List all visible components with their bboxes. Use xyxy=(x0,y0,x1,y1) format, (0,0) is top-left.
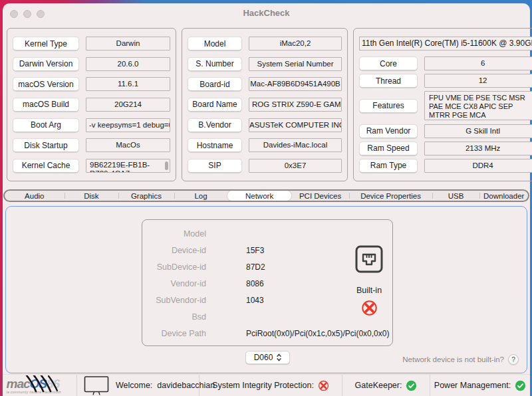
table-row: Ram Type DDR4 xyxy=(359,159,532,173)
stepper-chevrons-icon xyxy=(277,353,281,361)
table-row: macOS Build 20G214 xyxy=(13,98,170,112)
network-tab-panel: Model Device-id 15F3 SubDevice-id 87D2 V… xyxy=(5,206,527,373)
net-device-path-label: Device Path xyxy=(142,329,206,338)
ram-type-value: DDR4 xyxy=(424,159,532,173)
table-row: Boot Arg -v keepsyms=1 debug=0x100 xyxy=(13,118,170,132)
ram-vendor-value: G Skill Intl xyxy=(424,124,532,138)
tab-log[interactable]: Log xyxy=(174,191,228,201)
tab-network[interactable]: Network xyxy=(227,191,291,201)
serial-number-value: System Serial Number xyxy=(249,57,342,71)
net-subdevice-id-label: SubDevice-id xyxy=(142,262,206,272)
window-title: HackCheck xyxy=(3,8,530,18)
features-text: FPU VME DE PSE TSC MSR PAE MCE CX8 APIC … xyxy=(429,94,525,119)
table-row: Thread 12 xyxy=(359,74,532,88)
logo-text-86: 86 xyxy=(47,377,59,391)
ram-type-button[interactable]: Ram Type xyxy=(359,159,418,173)
table-row: Kernel Type Darwin xyxy=(13,37,170,50)
table-row: Model xyxy=(142,225,392,242)
sip-button[interactable]: SIP xyxy=(188,159,242,173)
table-row: Hostname Davides-iMac.local xyxy=(188,138,342,152)
ram-speed-button[interactable]: Ram Speed xyxy=(359,142,418,155)
kernel-cache-value[interactable]: 9B62219E-FB1B-D720-4CA7 xyxy=(86,159,170,173)
network-device-box: Model Device-id 15F3 SubDevice-id 87D2 V… xyxy=(142,219,393,346)
gatekeeper-check-icon xyxy=(406,380,417,391)
board-name-value: ROG STRIX Z590-E GAMING xyxy=(249,98,342,112)
gatekeeper-label: GateKeeper: xyxy=(355,381,402,390)
gatekeeper-status: GateKeeper: xyxy=(342,375,430,396)
table-row: Core 6 xyxy=(359,56,532,70)
board-vendor-value: ASUSTeK COMPUTER INC. xyxy=(249,118,342,132)
board-id-button[interactable]: Board-id xyxy=(188,77,242,91)
logo-tagline: la community italiana Hackintosh xyxy=(7,391,73,394)
hostname-value: Davides-iMac.local xyxy=(249,138,342,152)
net-model-label: Model xyxy=(142,229,206,239)
power-management-status: Power Management: xyxy=(430,375,530,396)
tab-audio[interactable]: Audio xyxy=(5,191,65,201)
thread-value: 12 xyxy=(424,74,532,88)
board-id-value: Mac-AF89B6D9451A490B xyxy=(249,77,342,91)
kernel-type-button[interactable]: Kernel Type xyxy=(13,37,79,50)
darwin-version-button[interactable]: Darwin Version xyxy=(13,57,79,71)
board-name-button[interactable]: Board Name xyxy=(188,98,242,112)
core-button[interactable]: Core xyxy=(359,56,418,70)
table-row: Model iMac20,2 xyxy=(188,37,342,50)
help-button[interactable]: ? xyxy=(508,354,519,365)
boot-arg-value: -v keepsyms=1 debug=0x100 xyxy=(86,118,170,132)
sip-value: 0x3E7 xyxy=(249,159,342,173)
model-button[interactable]: Model xyxy=(188,37,242,50)
macos-version-button[interactable]: macOS Version xyxy=(13,77,79,91)
logo-section: macOS86 la community italiana Hackintosh xyxy=(3,375,77,396)
table-row: Darwin Version 20.6.0 xyxy=(13,57,170,71)
net-vendor-id-label: Vendor-id xyxy=(142,279,206,288)
macos-build-button[interactable]: macOS Build xyxy=(13,98,79,112)
boot-arg-button[interactable]: Boot Arg xyxy=(13,118,79,132)
thread-button[interactable]: Thread xyxy=(359,74,418,88)
tab-bar: Audio Disk Graphics Log Network PCI Devi… xyxy=(3,189,529,202)
built-in-indicator: Built-in xyxy=(346,244,392,319)
hostname-button[interactable]: Hostname xyxy=(188,138,242,152)
board-panel: Model iMac20,2 S. Number System Serial N… xyxy=(182,28,348,181)
built-in-label: Built-in xyxy=(346,286,392,295)
kernel-type-value: Darwin xyxy=(86,37,170,50)
kernel-cache-text: 9B62219E-FB1B-D720-4CA7 xyxy=(90,161,150,173)
table-row: Ram Vendor G Skill Intl xyxy=(359,124,532,138)
table-row: Device Path PciRoot(0x0)/Pci(0x1c,0x5)/P… xyxy=(142,325,392,342)
table-row: S. Number System Serial Number xyxy=(188,57,342,71)
board-vendor-button[interactable]: B.Vendor xyxy=(188,118,242,132)
table-row: Disk Startup MacOs xyxy=(13,138,170,152)
power-management-label: Power Management: xyxy=(434,381,511,390)
power-check-icon xyxy=(515,380,526,391)
disk-startup-value: MacOs xyxy=(86,138,170,152)
app-window: HackCheck Kernel Type Darwin Darwin Vers… xyxy=(3,3,530,396)
macos86-logo: macOS86 la community italiana Hackintosh xyxy=(7,377,73,394)
net-device-id-label: Device-id xyxy=(142,246,206,255)
table-row: Board-id Mac-AF89B6D9451A490B xyxy=(188,77,342,91)
title-bar: HackCheck xyxy=(3,3,530,22)
ethernet-port-icon xyxy=(354,244,384,274)
info-panels: Kernel Type Darwin Darwin Version 20.6.0… xyxy=(7,28,527,181)
tab-downloader[interactable]: Downloader xyxy=(479,191,528,201)
net-device-path-value: PciRoot(0x0)/Pci(0x1c,0x5)/Pci(0x0,0x0) xyxy=(246,329,392,338)
not-built-in-cross-icon xyxy=(361,300,378,316)
scrollbar-thumb[interactable] xyxy=(165,161,168,170)
logo-text-os: OS xyxy=(30,377,47,391)
tab-graphics[interactable]: Graphics xyxy=(118,191,174,201)
disk-startup-button[interactable]: Disk Startup xyxy=(13,138,79,152)
features-value[interactable]: FPU VME DE PSE TSC MSR PAE MCE CX8 APIC … xyxy=(424,91,532,120)
device-selector-dropdown[interactable]: D060 xyxy=(245,351,290,364)
kernel-cache-button[interactable]: Kernel Cache xyxy=(13,159,79,173)
table-row: Kernel Cache 9B62219E-FB1B-D720-4CA7 xyxy=(13,159,170,173)
tab-disk[interactable]: Disk xyxy=(65,191,119,201)
tab-pci-devices[interactable]: PCI Devices xyxy=(291,191,350,201)
tab-usb[interactable]: USB xyxy=(432,191,480,201)
ram-vendor-button[interactable]: Ram Vendor xyxy=(359,124,418,138)
table-row: Ram Speed 2133 MHz xyxy=(359,142,532,155)
ram-speed-value: 2133 MHz xyxy=(424,142,532,155)
serial-number-button[interactable]: S. Number xyxy=(188,57,242,71)
system-panel: Kernel Type Darwin Darwin Version 20.6.0… xyxy=(7,28,176,181)
cpu-name-field: 11th Gen Intel(R) Core(TM) i5-11600K @ 3… xyxy=(359,37,532,50)
features-button[interactable]: Features xyxy=(359,99,418,113)
darwin-version-value: 20.6.0 xyxy=(86,57,170,71)
tab-device-properties[interactable]: Device Properties xyxy=(349,191,432,201)
table-row: Features FPU VME DE PSE TSC MSR PAE MCE … xyxy=(359,91,532,120)
